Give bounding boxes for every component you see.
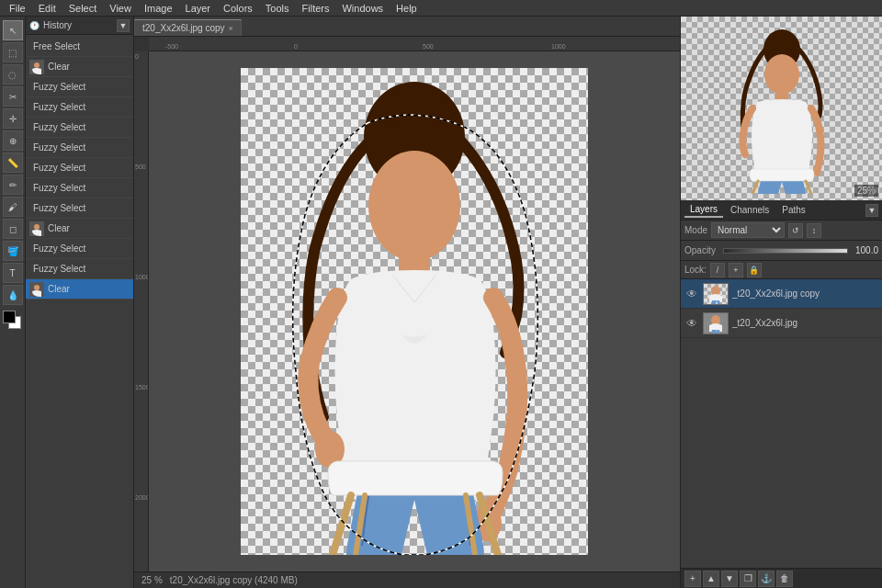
ruler-v-mark xyxy=(134,439,148,494)
layer-name-copy: _t20_Xx2x6l.jpg copy xyxy=(732,288,878,299)
history-panel-title: History xyxy=(43,20,72,30)
file-info: t20_Xx2x6l.jpg copy (4240 MB) xyxy=(170,575,298,585)
tool-move[interactable]: ✛ xyxy=(3,108,23,129)
history-item[interactable]: Fuzzy Select xyxy=(26,138,133,158)
mode-swap-btn[interactable]: ↕ xyxy=(807,223,821,238)
tab-channels[interactable]: Channels xyxy=(725,203,775,217)
history-item[interactable]: Free Select xyxy=(26,37,133,57)
menu-item-windows[interactable]: Windows xyxy=(336,2,389,15)
opacity-slider[interactable] xyxy=(723,248,848,254)
history-item[interactable]: Fuzzy Select xyxy=(26,178,133,198)
lock-move-btn[interactable]: 🔒 xyxy=(747,263,762,277)
history-item[interactable]: Fuzzy Select xyxy=(26,97,133,118)
history-item-label: Clear xyxy=(48,62,70,72)
tool-crop[interactable]: ✂ xyxy=(3,86,23,107)
ruler-h-mark: 0 xyxy=(294,43,298,50)
history-item[interactable]: Clear xyxy=(26,219,133,239)
opacity-label: Opacity xyxy=(684,245,716,255)
mode-reset-btn[interactable]: ↺ xyxy=(788,223,803,238)
history-item[interactable]: Fuzzy Select xyxy=(26,158,133,178)
history-item[interactable]: Fuzzy Select xyxy=(26,77,133,97)
lower-layer-button[interactable]: ▼ xyxy=(721,571,738,587)
ruler-marks-h: -50005001000150020002500 xyxy=(165,37,680,51)
svg-line-20 xyxy=(806,181,811,194)
zoom-level: 25 % xyxy=(141,575,163,585)
raise-layer-button[interactable]: ▲ xyxy=(703,571,719,587)
tool-pencil[interactable]: ✏ xyxy=(3,175,23,195)
zoom-indicator: 25% xyxy=(854,185,878,197)
history-item-label: Fuzzy Select xyxy=(33,122,85,132)
layer-visibility-original[interactable]: 👁 xyxy=(684,316,699,331)
canvas-with-left-ruler: 0500100015002000 xyxy=(134,51,680,571)
menu-item-colors[interactable]: Colors xyxy=(218,2,258,15)
history-item-label: Fuzzy Select xyxy=(33,203,85,213)
tool-eyedropper[interactable]: 💧 xyxy=(3,285,23,305)
tool-eraser[interactable]: ◻ xyxy=(3,219,23,239)
ruler-and-canvas: -50005001000150020002500 050010001500200… xyxy=(134,37,680,571)
history-item[interactable]: Fuzzy Select xyxy=(26,239,133,259)
tool-text[interactable]: T xyxy=(3,263,23,283)
lock-alpha-btn[interactable]: / xyxy=(710,263,725,277)
menu-item-select[interactable]: Select xyxy=(63,2,103,15)
menu-item-edit[interactable]: Edit xyxy=(33,2,62,15)
menu-item-layer[interactable]: Layer xyxy=(180,2,217,15)
status-bar: 25 % t20_Xx2x6l.jpg copy (4240 MB) xyxy=(134,571,680,588)
new-layer-button[interactable]: + xyxy=(684,571,701,587)
toolbox: ↖ ⬚ ◌ ✂ ✛ ⊕ 📏 ✏ 🖌 ◻ 🪣 T 💧 xyxy=(0,17,26,588)
foreground-color-swatch[interactable] xyxy=(3,311,16,323)
menu-item-filters[interactable]: Filters xyxy=(297,2,335,15)
duplicate-layer-button[interactable]: ❐ xyxy=(740,571,756,587)
tab-close-button[interactable]: × xyxy=(229,24,233,33)
svg-point-8 xyxy=(368,151,460,261)
tab-paths[interactable]: Paths xyxy=(776,203,811,217)
canvas-tab-label: t20_Xx2x6l.jpg copy xyxy=(142,23,225,33)
history-menu-btn[interactable]: ▼ xyxy=(117,19,130,32)
svg-line-19 xyxy=(752,181,758,194)
layers-panel: Layers Channels Paths ▼ Mode Normal ↺ ↕ … xyxy=(681,200,882,588)
tool-fuzzy-select[interactable]: ⬚ xyxy=(3,42,23,62)
mode-select[interactable]: Normal xyxy=(711,222,785,238)
layer-visibility-copy[interactable]: 👁 xyxy=(684,287,699,301)
history-item-label: Fuzzy Select xyxy=(33,243,85,254)
history-item-label: Fuzzy Select xyxy=(33,163,85,173)
tool-measure[interactable]: 📏 xyxy=(3,153,23,173)
opacity-value: 100.0 xyxy=(855,245,878,255)
history-item[interactable]: Clear xyxy=(26,57,133,77)
history-item[interactable]: Clear xyxy=(26,279,133,300)
lock-paint-btn[interactable]: + xyxy=(729,263,743,277)
mode-label: Mode xyxy=(684,225,707,235)
layers-tabs: Layers Channels Paths ▼ xyxy=(681,200,882,220)
tool-bucket[interactable]: 🪣 xyxy=(3,241,23,261)
layer-thumb-original xyxy=(703,312,729,334)
history-thumb xyxy=(29,60,44,74)
canvas-viewport[interactable] xyxy=(149,51,680,571)
history-item[interactable]: Fuzzy Select xyxy=(26,198,133,219)
layer-item-copy[interactable]: 👁 _t20_Xx2x6l.jpg copy xyxy=(681,279,882,309)
menu-item-image[interactable]: Image xyxy=(139,2,178,15)
right-panel: 25% Layers Channels Paths ▼ Mode Normal … xyxy=(680,17,882,588)
ruler-v-mark xyxy=(134,329,148,384)
lock-row: Lock: / + 🔒 xyxy=(681,261,882,279)
history-item[interactable]: Fuzzy Select xyxy=(26,118,133,138)
tool-zoom[interactable]: ⊕ xyxy=(3,130,23,151)
menu-item-tools[interactable]: Tools xyxy=(260,2,295,15)
delete-layer-button[interactable]: 🗑 xyxy=(776,571,793,587)
layer-item-original[interactable]: 👁 _t20_Xx2x6l.jpg xyxy=(681,309,882,338)
tool-free-select[interactable]: ◌ xyxy=(3,64,23,85)
anchor-layer-button[interactable]: ⚓ xyxy=(758,571,775,587)
ruler-v-mark: 500 xyxy=(134,164,148,219)
history-item[interactable]: Fuzzy Select xyxy=(26,259,133,279)
history-list: Free SelectClearFuzzy SelectFuzzy Select… xyxy=(26,35,133,588)
layers-panel-menu[interactable]: ▼ xyxy=(865,204,878,217)
tab-layers[interactable]: Layers xyxy=(684,202,723,218)
tool-paint[interactable]: 🖌 xyxy=(3,197,23,217)
canvas-svg xyxy=(241,68,588,555)
menu-item-view[interactable]: View xyxy=(104,2,137,15)
canvas-tab-active[interactable]: t20_Xx2x6l.jpg copy × xyxy=(134,19,242,36)
ruler-v-mark: 1000 xyxy=(134,274,148,329)
menu-item-file[interactable]: File xyxy=(4,2,31,15)
ruler-h-mark: -500 xyxy=(165,43,178,50)
tool-select[interactable]: ↖ xyxy=(3,20,23,40)
menu-item-help[interactable]: Help xyxy=(390,2,423,15)
color-swatches[interactable] xyxy=(3,311,23,334)
